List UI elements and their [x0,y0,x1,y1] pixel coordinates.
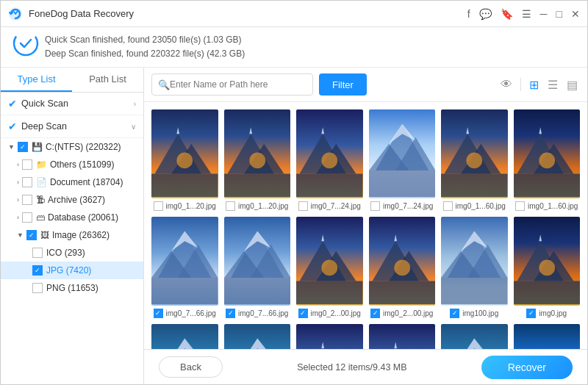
deep-scan-item[interactable]: ✔ Deep Scan ∨ [1,115,143,138]
detail-view-icon[interactable]: ▤ [564,76,580,94]
tree-item-archive[interactable]: › 🗜 Archive (3627) [1,191,143,209]
menu-icon[interactable]: ☰ [522,8,531,20]
archive-checkbox[interactable] [22,195,32,205]
image-name: img0_2...00.jpg [383,309,433,317]
svg-marker-49 [369,281,436,305]
list-item[interactable]: ✓img0_7...66.jpg [151,217,218,318]
list-item[interactable]: img102.jpg [441,324,508,349]
image-checkbox[interactable]: ✓ [226,309,235,318]
list-item[interactable]: img0_1...60.jpg [514,109,581,211]
app-logo [8,7,23,21]
tree-item-database[interactable]: › 🗃 Database (20061) [1,209,143,226]
image-checkbox[interactable]: ✓ [154,309,163,318]
others-arrow-icon: › [17,161,19,168]
image-checkbox[interactable]: ✓ [26,230,37,240]
jpg-checkbox[interactable]: ✓ [32,265,43,276]
db-icon: 🗃 [36,212,45,223]
svg-marker-72 [300,348,346,349]
tree-item-others[interactable]: › 📁 Others (151099) [1,156,143,173]
image-checkbox[interactable] [154,201,163,211]
tab-path-list[interactable]: Path List [72,68,143,92]
tree-item-image[interactable]: ▼ ✓ 🖼 Image (26362) [1,226,143,244]
image-checkbox[interactable] [298,201,308,211]
image-checkbox[interactable] [443,201,453,211]
list-item[interactable]: img0_7...24.jpg [369,109,436,211]
image-checkbox[interactable]: ✓ [450,309,459,318]
grid-view-icon[interactable]: ⊞ [527,76,541,94]
list-item[interactable]: ✓img100.jpg [441,217,508,318]
db-checkbox[interactable] [22,212,32,223]
search-input[interactable] [170,79,306,90]
svg-point-51 [394,260,410,276]
archive-label: Archive (3627) [48,195,105,205]
png-label: PNG (11653) [46,283,98,293]
svg-marker-59 [514,281,581,305]
search-box[interactable]: 🔍 [151,73,313,96]
archive-arrow-icon: › [17,196,19,204]
drive-checkbox[interactable]: ✓ [18,142,28,152]
others-label: Others (151099) [50,159,114,170]
tree-item-ico[interactable]: › ICO (293) [1,244,143,262]
image-name: img0_7...24.jpg [311,202,361,210]
preview-icon[interactable]: 👁 [498,76,514,93]
tree-item-document[interactable]: › 📄 Document (18704) [1,173,143,191]
image-checkbox[interactable]: ✓ [370,309,380,318]
svg-marker-55 [441,278,508,304]
list-item[interactable]: ✓img0_2...00.jpg [296,217,363,318]
svg-marker-35 [151,278,218,304]
bookmark-icon[interactable]: 🔖 [501,8,513,20]
png-checkbox[interactable] [32,283,43,293]
list-view-icon[interactable]: ☰ [545,76,560,94]
svg-point-6 [176,153,193,169]
toolbar: 🔍 Filter 👁 ⊞ ☰ ▤ [144,68,587,102]
doc-checkbox[interactable] [22,177,32,187]
filter-button[interactable]: Filter [319,73,367,96]
list-item[interactable]: img0_1...20.jpg [151,109,218,211]
quick-scan-info: Quick Scan finished, found 23050 file(s)… [45,33,576,47]
list-item[interactable]: img2.jpg [514,324,581,349]
titlebar-controls: f 💬 🔖 ☰ ─ □ ✕ [467,8,580,20]
list-item[interactable]: img0_1...20.jpg [224,109,291,211]
list-item[interactable]: ✓img0_2...00.jpg [369,217,436,318]
image-checkbox[interactable] [515,201,525,211]
chat-icon[interactable]: 💬 [479,8,492,20]
tree-item-png[interactable]: › PNG (11653) [1,279,143,297]
tab-type-list[interactable]: Type List [1,68,72,92]
svg-marker-10 [249,128,252,134]
image-name: img0.jpg [539,309,567,317]
list-item[interactable]: img0.jpg [151,324,218,349]
image-name: img0_7...66.jpg [238,309,288,317]
close-icon[interactable]: ✕ [571,8,580,20]
tree-item-drive[interactable]: ▼ ✓ 💾 C:(NTFS) (220322) [1,138,143,156]
list-item[interactable]: img0_2...40.jpg [369,324,436,349]
list-item[interactable]: img0_1...60.jpg [441,109,508,211]
maximize-icon[interactable]: □ [556,8,562,20]
list-item[interactable]: img0_2...40.jpg [296,324,363,349]
back-button[interactable]: Back [159,356,223,378]
image-checkbox[interactable] [226,201,235,211]
quick-scan-item[interactable]: ✔ Quick Scan › [1,93,143,115]
facebook-icon[interactable]: f [467,8,470,20]
list-item[interactable]: img0_7...24.jpg [296,109,363,211]
image-name: img0_1...60.jpg [456,202,506,210]
minimize-icon[interactable]: ─ [540,8,548,20]
list-item[interactable]: ✓img0_7...66.jpg [224,217,291,318]
drive-arrow-icon: ▼ [8,143,15,151]
sidebar: Type List Path List ✔ Quick Scan › ✔ Dee… [1,68,144,384]
list-item[interactable]: img100.jpg [224,324,291,349]
list-item[interactable]: ✓img0.jpg [514,217,581,318]
doc-arrow-icon: › [17,179,19,186]
image-checkbox[interactable]: ✓ [526,309,536,318]
image-checkbox[interactable]: ✓ [298,309,308,318]
others-checkbox[interactable] [22,159,32,170]
svg-point-61 [539,260,555,276]
recover-button[interactable]: Recover [481,356,573,379]
ico-checkbox[interactable] [32,248,43,258]
image-name: img0_7...66.jpg [166,309,216,317]
deep-scan-expand-icon: ∨ [131,123,136,131]
tree-item-jpg[interactable]: › ✓ JPG (7420) [1,262,143,279]
image-grid: img0_1...20.jpg img0_1...20.jpg img0_7..… [144,102,587,349]
image-name: img0_1...20.jpg [238,202,288,210]
image-name: img100.jpg [462,309,498,317]
image-checkbox[interactable] [370,201,380,211]
